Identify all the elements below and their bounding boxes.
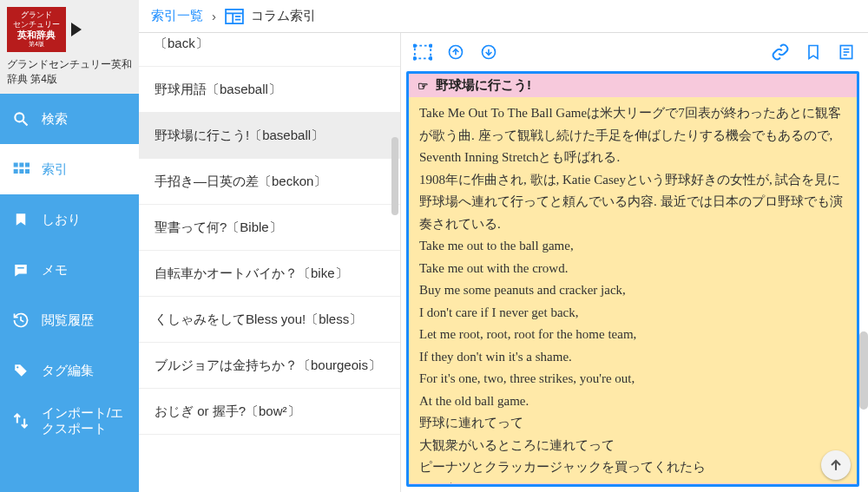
index-pane: 〔back〕野球用語〔baseball〕野球場に行こう!〔baseball〕手招…	[139, 33, 401, 492]
sidebar-item-label: 検索	[42, 111, 127, 127]
article-line: If they don't win it's a shame.	[419, 346, 846, 369]
breadcrumb-root[interactable]: 索引一覧	[151, 8, 203, 24]
index-scrollbar[interactable]	[391, 137, 398, 215]
column-index-icon	[225, 9, 242, 24]
svg-point-18	[413, 57, 416, 60]
svg-point-16	[413, 44, 416, 47]
scroll-to-top-button[interactable]	[821, 450, 851, 480]
index-item[interactable]: おじぎ or 握手?〔bow²〕	[139, 389, 400, 435]
article-line: ピーナツとクラッカージャックを買ってくれたら	[419, 456, 846, 479]
svg-rect-6	[19, 169, 23, 174]
sidebar-item-label: メモ	[42, 262, 127, 278]
svg-point-0	[15, 113, 23, 121]
svg-rect-3	[19, 162, 23, 167]
article-line: I don't care if I never get back,	[419, 302, 846, 325]
sidebar-item-tag[interactable]: タグ編集	[0, 345, 139, 396]
svg-rect-15	[415, 46, 431, 59]
sidebar: グランド センチュリー 英和辞典 第4版 グランドセンチュリー英和辞典 第4版 …	[0, 0, 139, 492]
article-line: Let me root, root, root for the home tea…	[419, 324, 846, 346]
import-export-icon	[12, 412, 30, 430]
article-scrollbar[interactable]	[859, 331, 868, 410]
article-body[interactable]: Take Me Out To The Ball Gameは米大リーグで7回表が終…	[409, 97, 857, 483]
play-icon[interactable]	[71, 23, 82, 36]
svg-rect-2	[14, 162, 18, 167]
article-toolbar	[401, 33, 868, 71]
svg-rect-8	[17, 267, 24, 269]
sidebar-nav: 検索 索引 しおり メモ 閲覧履歴 タグ編集	[0, 94, 139, 492]
sidebar-item-label: インポート/エクスポート	[42, 405, 127, 436]
note-icon[interactable]	[837, 43, 856, 62]
article-line: At the old ball game.	[419, 390, 846, 413]
sidebar-item-label: しおり	[42, 212, 127, 227]
article-title: 野球場に行こう!	[436, 77, 531, 94]
svg-rect-7	[25, 169, 30, 174]
selection-icon[interactable]	[413, 43, 432, 62]
breadcrumb-current: コラム索引	[251, 8, 316, 24]
article-line: Take me out to the ball game,	[419, 235, 846, 258]
down-arrow-circle-icon[interactable]	[479, 43, 498, 62]
index-list[interactable]: 〔back〕野球用語〔baseball〕野球場に行こう!〔baseball〕手招…	[139, 33, 400, 492]
sidebar-item-memo[interactable]: メモ	[0, 245, 139, 295]
article-pane: ☞ 野球場に行こう! Take Me Out To The Ball Gameは…	[401, 33, 868, 492]
grid-icon	[12, 161, 30, 178]
svg-line-1	[23, 121, 28, 125]
index-item[interactable]: くしゃみをしてBless you!〔bless〕	[139, 297, 400, 343]
index-item[interactable]: 聖書って何?〔Bible〕	[139, 205, 400, 251]
tag-icon	[12, 362, 30, 379]
index-item[interactable]: ブルジョアは金持ちか？〔bourgeois〕	[139, 343, 400, 389]
svg-point-19	[430, 57, 432, 60]
breadcrumb: 索引一覧 › コラム索引	[139, 0, 868, 33]
sidebar-item-index[interactable]: 索引	[0, 144, 139, 194]
svg-rect-5	[14, 169, 18, 174]
article-title-row: ☞ 野球場に行こう!	[409, 74, 857, 97]
article-line: もう家に帰れなくなったってかまわないわ	[419, 479, 846, 484]
sidebar-item-history[interactable]: 閲覧履歴	[0, 295, 139, 345]
article-line: 大観衆がいるところに連れてって	[419, 435, 846, 457]
dictionary-cover: グランド センチュリー 英和辞典 第4版	[7, 7, 66, 52]
svg-point-9	[16, 366, 18, 368]
history-icon	[12, 312, 30, 329]
main: 索引一覧 › コラム索引 〔back〕野球用語〔baseball〕野球場に行こう…	[139, 0, 868, 492]
link-icon[interactable]	[771, 43, 790, 62]
pointing-hand-icon: ☞	[418, 79, 429, 93]
sidebar-item-search[interactable]: 検索	[0, 94, 139, 144]
svg-point-17	[430, 44, 432, 47]
sidebar-item-label: 索引	[42, 161, 127, 177]
sidebar-item-label: 閲覧履歴	[42, 312, 127, 328]
dictionary-title: グランドセンチュリー英和辞典 第4版	[7, 57, 132, 87]
article-content: ☞ 野球場に行こう! Take Me Out To The Ball Gameは…	[406, 71, 859, 487]
sidebar-item-label: タグ編集	[42, 363, 127, 378]
search-icon	[12, 110, 30, 128]
index-item[interactable]: 〔back〕	[139, 33, 400, 67]
breadcrumb-sep: ›	[212, 9, 216, 23]
memo-icon	[12, 261, 30, 279]
bookmark-outline-icon[interactable]	[804, 43, 823, 62]
index-item[interactable]: 自転車かオートバイか？〔bike〕	[139, 251, 400, 297]
article-line: 1908年に作曲され, 歌は, Katie Caseyという野球好きの女性が, …	[419, 169, 846, 236]
dictionary-header[interactable]: グランド センチュリー 英和辞典 第4版 グランドセンチュリー英和辞典 第4版	[0, 0, 139, 94]
sidebar-item-import-export[interactable]: インポート/エクスポート	[0, 396, 139, 446]
article-line: 野球に連れてって	[419, 412, 846, 435]
index-item[interactable]: 野球場に行こう!〔baseball〕	[139, 113, 400, 159]
index-item[interactable]: 手招き—日英の差〔beckon〕	[139, 159, 400, 205]
bookmark-icon	[12, 211, 30, 228]
article-line: For it's one, two, three strikes, you're…	[419, 368, 846, 390]
sidebar-item-bookmark[interactable]: しおり	[0, 194, 139, 245]
svg-rect-4	[25, 162, 30, 167]
up-arrow-circle-icon[interactable]	[446, 43, 465, 62]
article-line: Take Me Out To The Ball Gameは米大リーグで7回表が終…	[419, 102, 846, 169]
article-line: Buy me some peanuts and cracker jack,	[419, 279, 846, 302]
index-item[interactable]: 野球用語〔baseball〕	[139, 67, 400, 113]
article-line: Take me out with the crowd.	[419, 258, 846, 280]
